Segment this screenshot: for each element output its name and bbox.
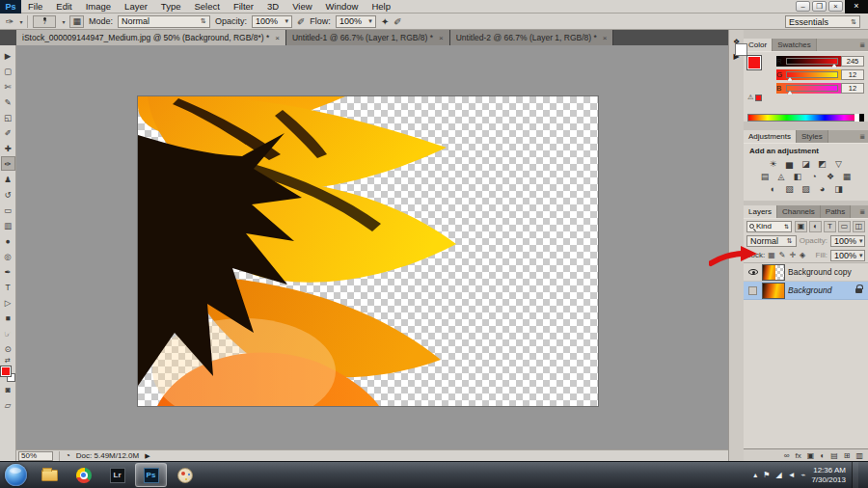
- menu-layer[interactable]: Layer: [118, 0, 154, 14]
- shape-tool[interactable]: ■: [1, 311, 15, 325]
- lock-transparent-pixels-icon[interactable]: ▦: [768, 251, 775, 259]
- filter-type-layers-icon[interactable]: T: [824, 221, 836, 232]
- swap-colors-icon[interactable]: ⇄: [5, 357, 11, 365]
- move-tool[interactable]: ▶: [1, 48, 15, 63]
- hand-tool[interactable]: ☞: [1, 326, 15, 340]
- brush-tool-icon[interactable]: ✑: [6, 16, 14, 27]
- visibility-toggle[interactable]: [746, 269, 759, 275]
- blend-mode-select[interactable]: Normal⇅: [118, 15, 210, 28]
- screen-mode-button[interactable]: ▱: [1, 397, 15, 412]
- new-layer-icon[interactable]: ⊞: [844, 451, 851, 460]
- lock-image-pixels-icon[interactable]: ✎: [779, 251, 786, 259]
- layer-row-background-copy[interactable]: Background copy: [744, 263, 868, 282]
- black-white-icon[interactable]: ◧: [792, 171, 804, 181]
- channel-slider[interactable]: [786, 85, 838, 92]
- close-tab-icon[interactable]: ×: [603, 34, 608, 42]
- gradient-tool[interactable]: ▥: [1, 218, 15, 232]
- marquee-tool[interactable]: ▢: [1, 64, 15, 78]
- tab-channels[interactable]: Channels: [777, 205, 821, 218]
- close-tab-icon[interactable]: ×: [275, 34, 280, 42]
- invert-icon[interactable]: ◐: [767, 183, 779, 194]
- minimize-button[interactable]: –: [796, 1, 810, 12]
- size-pressure-icon[interactable]: ✐: [393, 16, 401, 27]
- filter-shape-layers-icon[interactable]: ▭: [838, 221, 851, 232]
- status-expand-arrow-icon[interactable]: ▶: [145, 452, 149, 460]
- menu-filter[interactable]: Filter: [227, 0, 260, 14]
- toggle-brush-panel-button[interactable]: ▦: [69, 15, 84, 28]
- channel-value-field[interactable]: 12: [841, 83, 864, 94]
- black-chip[interactable]: [859, 114, 864, 122]
- volume-icon[interactable]: ◄: [788, 471, 796, 479]
- start-button[interactable]: [5, 464, 27, 486]
- selective-color-icon[interactable]: ◨: [832, 183, 845, 194]
- taskbar-clock[interactable]: 12:36 AM 7/30/2013: [811, 466, 846, 485]
- panel-menu-icon[interactable]: ≣: [859, 133, 865, 141]
- zoom-level-field[interactable]: 50%: [18, 451, 53, 461]
- tab-styles[interactable]: Styles: [797, 130, 828, 143]
- filter-adjustment-layers-icon[interactable]: ◐: [809, 221, 822, 232]
- brush-tool[interactable]: ✑: [1, 156, 15, 171]
- delete-layer-icon[interactable]: ▥: [855, 451, 863, 460]
- color-lookup-icon[interactable]: ▦: [841, 171, 854, 181]
- tab-color[interactable]: Color: [744, 39, 773, 51]
- foreground-color-swatch[interactable]: [747, 56, 761, 69]
- menu-file[interactable]: File: [21, 0, 49, 14]
- layer-group-icon[interactable]: ▤: [830, 451, 838, 460]
- tab-layers[interactable]: Layers: [744, 205, 777, 218]
- power-icon[interactable]: ⌁: [801, 471, 806, 479]
- background-color-swatch[interactable]: [735, 43, 747, 56]
- lock-all-icon[interactable]: ◈: [800, 251, 805, 259]
- healing-brush-tool[interactable]: ✚: [1, 141, 15, 155]
- flow-select[interactable]: 100%▾: [336, 15, 376, 28]
- menu-3d[interactable]: 3D: [260, 0, 285, 14]
- panel-menu-icon[interactable]: ≣: [859, 208, 865, 216]
- type-tool[interactable]: T: [1, 280, 15, 294]
- blur-tool[interactable]: ●: [1, 233, 15, 248]
- taskbar-chrome-button[interactable]: [68, 463, 99, 487]
- close-button[interactable]: ×: [828, 1, 843, 12]
- dodge-tool[interactable]: ◎: [1, 249, 15, 263]
- zoom-tool[interactable]: ⊙: [1, 341, 15, 356]
- taskbar-lightroom-button[interactable]: Lr: [101, 463, 133, 487]
- menu-type[interactable]: Type: [154, 0, 188, 14]
- lock-position-icon[interactable]: ✛: [789, 251, 796, 259]
- channel-mixer-icon[interactable]: ❖: [825, 171, 837, 181]
- channel-slider[interactable]: [786, 58, 838, 65]
- menu-select[interactable]: Select: [187, 0, 226, 14]
- foreground-color-swatch[interactable]: [1, 366, 11, 376]
- layer-filter-kind-select[interactable]: Kind ⇅: [746, 221, 792, 232]
- levels-icon[interactable]: ▅: [783, 158, 796, 169]
- action-center-icon[interactable]: ⚑: [763, 471, 770, 479]
- tab-adjustments[interactable]: Adjustments: [744, 130, 797, 143]
- adjustment-layer-icon[interactable]: ◐: [820, 451, 825, 460]
- posterize-icon[interactable]: ▧: [783, 183, 796, 194]
- quick-mask-button[interactable]: ◙: [1, 382, 15, 396]
- color-balance-icon[interactable]: ◬: [775, 171, 788, 181]
- foreground-background-swatches[interactable]: [1, 366, 15, 382]
- tool-preset-arrow-icon[interactable]: ▾: [19, 18, 22, 25]
- tab-paths[interactable]: Paths: [821, 205, 851, 218]
- layer-thumbnail[interactable]: [762, 283, 785, 299]
- menu-image[interactable]: Image: [79, 0, 118, 14]
- panel-menu-icon[interactable]: ≣: [859, 41, 865, 49]
- crop-tool[interactable]: ◱: [1, 110, 15, 124]
- eraser-tool[interactable]: ▭: [1, 203, 15, 217]
- slider-marker[interactable]: [787, 91, 793, 95]
- show-desktop-button[interactable]: [852, 462, 858, 488]
- slider-marker[interactable]: [787, 77, 793, 81]
- exposure-icon[interactable]: ◩: [816, 158, 828, 169]
- color-spectrum-ramp[interactable]: [747, 114, 864, 122]
- layer-mask-icon[interactable]: ▣: [807, 451, 815, 460]
- layer-name[interactable]: Background copy: [788, 267, 852, 277]
- close-tab-icon[interactable]: ×: [439, 34, 444, 42]
- workspace-select[interactable]: Essentials⇅: [785, 15, 860, 28]
- layer-fill-select[interactable]: 100%▾: [830, 250, 865, 261]
- canvas-image[interactable]: [138, 96, 598, 406]
- channel-value-field[interactable]: 12: [841, 69, 864, 80]
- gradient-map-icon[interactable]: ◕: [816, 183, 828, 194]
- lasso-tool[interactable]: ✄: [1, 79, 15, 94]
- menu-edit[interactable]: Edit: [49, 0, 78, 14]
- tab-istock-document[interactable]: iStock_000009144947_Medium.jpg @ 50% (Ba…: [16, 30, 286, 45]
- hidden-eye-checkbox[interactable]: [748, 286, 757, 295]
- taskbar-paint-button[interactable]: [169, 463, 201, 487]
